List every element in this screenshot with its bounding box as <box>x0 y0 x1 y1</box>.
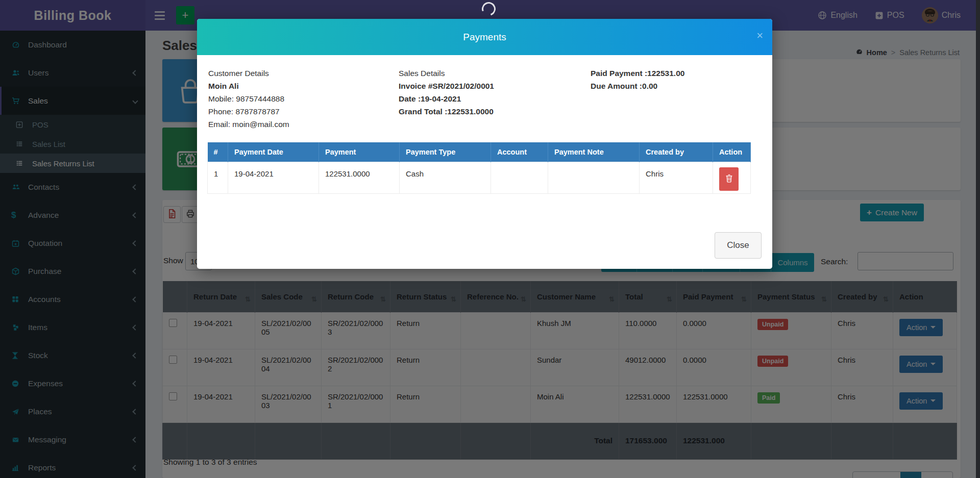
invoice-date: Date :19-04-2021 <box>399 92 494 105</box>
sales-details-heading: Sales Details <box>399 67 494 80</box>
trash-icon <box>725 174 733 184</box>
payments-header-row: # Payment Date Payment Payment Type Acco… <box>208 142 751 162</box>
payment-summary: Paid Payment :122531.00 Due Amount :0.00 <box>591 67 684 92</box>
customer-mobile: Mobile: 98757444888 <box>208 92 289 105</box>
scrollbar[interactable] <box>976 0 980 478</box>
invoice-number: Invoice #SR/2021/02/0001 <box>399 80 494 92</box>
payments-modal: Payments × Customer Details Moin Ali Mob… <box>197 19 772 269</box>
col-payment-date: Payment Date <box>228 142 319 162</box>
customer-name: Moin Ali <box>208 80 289 92</box>
customer-details-heading: Customer Details <box>208 67 289 80</box>
customer-details: Customer Details Moin Ali Mobile: 987574… <box>208 67 289 131</box>
customer-email: Email: moin@mail.com <box>208 118 289 131</box>
payment-row: 1 19-04-2021 122531.0000 Cash Chris <box>208 162 751 193</box>
grand-total: Grand Total :122531.0000 <box>399 105 494 118</box>
col-payment-type: Payment Type <box>400 142 491 162</box>
app-window: Billing Book + English POS Chris <box>0 0 980 478</box>
modal-close-button[interactable]: Close <box>715 232 762 259</box>
payments-table: # Payment Date Payment Payment Type Acco… <box>207 142 751 194</box>
close-icon[interactable]: × <box>756 30 763 41</box>
col-created-by: Created by <box>640 142 713 162</box>
delete-payment-button[interactable] <box>719 167 739 191</box>
paid-payment: Paid Payment :122531.00 <box>591 67 684 80</box>
col-payment: Payment <box>319 142 400 162</box>
customer-phone: Phone: 8787878787 <box>208 105 289 118</box>
col-action: Action <box>713 142 751 162</box>
sales-details: Sales Details Invoice #SR/2021/02/0001 D… <box>399 67 494 118</box>
col-num: # <box>208 142 228 162</box>
modal-title: Payments <box>463 32 506 43</box>
col-payment-note: Payment Note <box>548 142 640 162</box>
modal-header: Payments × <box>197 19 772 55</box>
due-amount: Due Amount :0.00 <box>591 80 684 92</box>
col-account: Account <box>491 142 548 162</box>
